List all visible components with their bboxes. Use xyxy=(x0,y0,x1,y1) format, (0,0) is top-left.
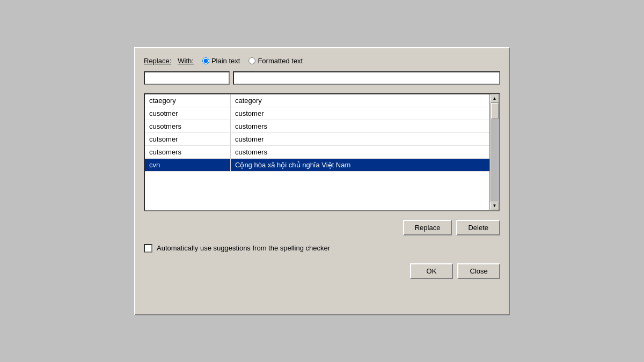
scroll-thumb[interactable] xyxy=(491,103,499,119)
table-row[interactable]: cusotmercustomer xyxy=(145,107,489,120)
table-row[interactable]: cutsomerscustomers xyxy=(145,146,489,159)
list-cell-key: cutsomer xyxy=(145,133,231,145)
input-row: cvn Cộng hòa xã hội chủ nghĩa Việt Nam xyxy=(144,71,500,85)
formatted-text-label: Formatted text xyxy=(258,57,303,65)
table-row[interactable]: cutsomercustomer xyxy=(145,133,489,146)
table-row[interactable]: cvnCộng hòa xã hội chủ nghĩa Việt Nam xyxy=(145,159,489,172)
action-buttons-row: Replace Delete xyxy=(144,220,500,235)
list-cell-key: cutsomers xyxy=(145,146,231,158)
plain-text-option[interactable]: Plain text xyxy=(202,57,240,65)
bottom-buttons-row: OK Close xyxy=(144,263,500,279)
list-cell-value: customer xyxy=(231,107,489,120)
delete-button[interactable]: Delete xyxy=(456,220,500,235)
checkbox-label: Automatically use suggestions from the s… xyxy=(157,244,330,252)
scroll-down-button[interactable]: ▼ xyxy=(491,202,499,210)
replace-button[interactable]: Replace xyxy=(403,220,452,235)
text-type-radio-group: Plain text Formatted text xyxy=(202,57,303,65)
list-cell-value: customer xyxy=(231,133,489,145)
with-input[interactable]: Cộng hòa xã hội chủ nghĩa Việt Nam xyxy=(233,71,500,85)
table-row[interactable]: ctaegorycategory xyxy=(145,94,489,107)
formatted-text-option[interactable]: Formatted text xyxy=(248,57,303,65)
formatted-text-radio[interactable] xyxy=(248,57,255,64)
checkbox-row: Automatically use suggestions from the s… xyxy=(144,244,500,253)
list-cell-value: category xyxy=(231,94,489,107)
list-cell-key: cvn xyxy=(145,159,231,171)
autocorrect-list: ctaegorycategorycusotmercustomercusotmer… xyxy=(144,93,500,211)
plain-text-label: Plain text xyxy=(211,57,240,65)
list-cell-key: cusotmer xyxy=(145,107,231,120)
list-cell-value: customers xyxy=(231,120,489,132)
scroll-up-button[interactable]: ▲ xyxy=(491,94,499,103)
close-button[interactable]: Close xyxy=(457,263,500,279)
auto-suggest-checkbox[interactable] xyxy=(144,244,152,253)
list-rows[interactable]: ctaegorycategorycusotmercustomercusotmer… xyxy=(145,94,489,210)
list-cell-key: ctaegory xyxy=(145,94,231,107)
scroll-track[interactable] xyxy=(491,103,499,202)
replace-label: Replace: xyxy=(144,57,171,65)
table-row[interactable]: cusotmerscustomers xyxy=(145,120,489,133)
list-cell-value: customers xyxy=(231,146,489,158)
list-cell-key: cusotmers xyxy=(145,120,231,132)
header-row: Replace: With: Plain text Formatted text xyxy=(144,57,500,65)
scrollbar[interactable]: ▲ ▼ xyxy=(489,94,499,210)
ok-button[interactable]: OK xyxy=(410,263,453,279)
with-label: With: xyxy=(178,57,194,65)
list-cell-value: Cộng hòa xã hội chủ nghĩa Việt Nam xyxy=(231,159,489,171)
replace-input[interactable]: cvn xyxy=(144,71,230,85)
autocorrect-dialog: Replace: With: Plain text Formatted text… xyxy=(134,47,510,315)
plain-text-radio[interactable] xyxy=(202,57,209,64)
